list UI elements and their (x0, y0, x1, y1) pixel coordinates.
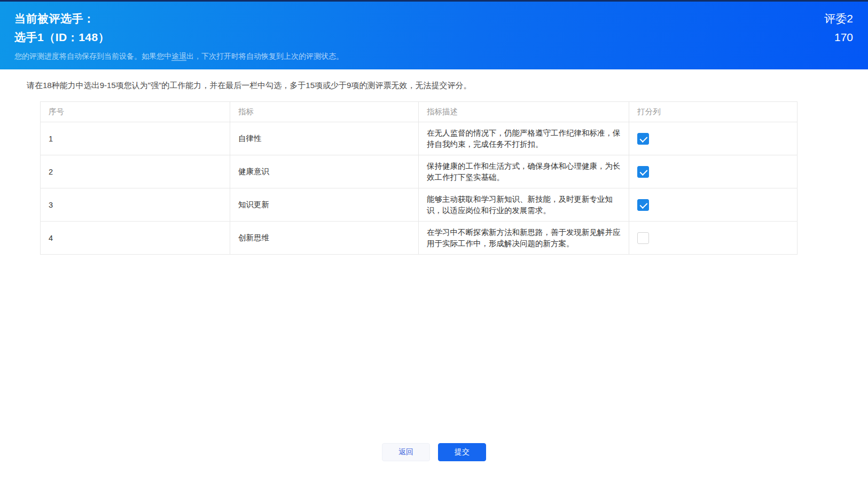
contestant-name: 选手1（ID：148） (14, 28, 853, 46)
autosave-note: 您的评测进度将自动保存到当前设备。如果您中途退出，下次打开时将自动恢复到上次的评… (14, 52, 853, 61)
judge-info: 评委2 170 (824, 9, 853, 46)
cell-no: 2 (41, 155, 230, 188)
autosave-note-underlined: 途退 (171, 52, 186, 60)
judge-number: 170 (824, 28, 853, 46)
column-header-description: 指标描述 (419, 102, 629, 122)
table-row: 4 创新思维 在学习中不断探索新方法和新思路，善于发现新见解并应用于实际工作中，… (41, 222, 797, 255)
cell-description: 在学习中不断探索新方法和新思路，善于发现新见解并应用于实际工作中，形成解决问题的… (419, 222, 629, 255)
cell-no: 3 (41, 188, 230, 222)
cell-indicator: 创新思维 (230, 222, 419, 255)
cell-description: 在无人监督的情况下，仍能严格遵守工作纪律和标准，保持自我约束，完成任务不打折扣。 (419, 122, 629, 155)
cell-score (629, 222, 797, 255)
autosave-note-part2: 出，下次打开时将自动恢复到上次的评测状态。 (186, 52, 343, 60)
current-contestant-label: 当前被评选手： (14, 9, 853, 28)
cell-no: 4 (41, 222, 230, 255)
cell-description: 保持健康的工作和生活方式，确保身体和心理健康，为长效工作打下坚实基础。 (419, 155, 629, 188)
table-row: 2 健康意识 保持健康的工作和生活方式，确保身体和心理健康，为长效工作打下坚实基… (41, 155, 797, 188)
header-banner: 当前被评选手： 选手1（ID：148） 您的评测进度将自动保存到当前设备。如果您… (0, 2, 868, 69)
score-checkbox[interactable] (637, 166, 649, 178)
autosave-note-part1: 您的评测进度将自动保存到当前设备。如果您中 (14, 52, 171, 60)
cell-description: 能够主动获取和学习新知识、新技能，及时更新专业知识，以适应岗位和行业的发展需求。 (419, 188, 629, 222)
back-button[interactable]: 返回 (382, 443, 430, 461)
instruction-text: 请在18种能力中选出9-15项您认为"强"的工作能力，并在最后一栏中勾选，多于1… (27, 81, 868, 91)
table-row: 3 知识更新 能够主动获取和学习新知识、新技能，及时更新专业知识，以适应岗位和行… (41, 188, 797, 222)
cell-no: 1 (41, 122, 230, 155)
score-checkbox[interactable] (637, 232, 649, 244)
table-header-row: 序号 指标 指标描述 打分列 (41, 102, 797, 122)
cell-indicator: 健康意识 (230, 155, 419, 188)
ability-table: 序号 指标 指标描述 打分列 1 自律性 在无人监督的情况下，仍能严格遵守工作纪… (40, 101, 797, 255)
cell-indicator: 知识更新 (230, 188, 419, 222)
score-checkbox[interactable] (637, 133, 649, 145)
score-checkbox[interactable] (637, 199, 649, 211)
table-row: 1 自律性 在无人监督的情况下，仍能严格遵守工作纪律和标准，保持自我约束，完成任… (41, 122, 797, 155)
cell-score (629, 155, 797, 188)
cell-score (629, 122, 797, 155)
column-header-score: 打分列 (629, 102, 797, 122)
cell-score (629, 188, 797, 222)
column-header-no: 序号 (41, 102, 230, 122)
judge-label: 评委2 (824, 9, 853, 28)
footer-actions: 返回 提交 (0, 443, 868, 461)
submit-button[interactable]: 提交 (438, 443, 486, 461)
cell-indicator: 自律性 (230, 122, 419, 155)
column-header-indicator: 指标 (230, 102, 419, 122)
